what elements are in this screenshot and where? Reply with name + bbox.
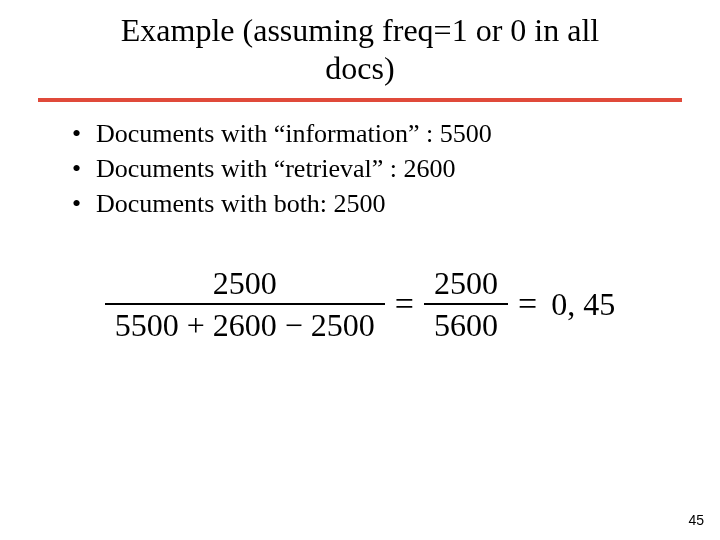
- title-underline: [38, 98, 682, 102]
- formula-area: 2500 5500 + 2600 − 2500 = 2500 5600 = 0,…: [0, 267, 720, 341]
- title-line-1: Example (assuming freq=1 or 0 in all: [121, 12, 599, 48]
- bullet-icon: •: [72, 186, 96, 221]
- bullet-text: Documents with “information” : 5500: [96, 116, 492, 151]
- fraction-2-denominator: 5600: [424, 305, 508, 341]
- page-number: 45: [688, 512, 704, 528]
- fraction-1-denominator: 5500 + 2600 − 2500: [105, 305, 385, 341]
- list-item: • Documents with both: 2500: [72, 186, 720, 221]
- fraction-2-numerator: 2500: [424, 267, 508, 303]
- bullet-text: Documents with “retrieval” : 2600: [96, 151, 456, 186]
- bullet-text: Documents with both: 2500: [96, 186, 386, 221]
- fraction-1-numerator: 2500: [203, 267, 287, 303]
- title-line-2: docs): [325, 50, 394, 86]
- bullet-icon: •: [72, 151, 96, 186]
- formula-result: 0, 45: [547, 288, 615, 320]
- slide: Example (assuming freq=1 or 0 in all doc…: [0, 0, 720, 540]
- formula: 2500 5500 + 2600 − 2500 = 2500 5600 = 0,…: [105, 267, 615, 341]
- list-item: • Documents with “retrieval” : 2600: [72, 151, 720, 186]
- list-item: • Documents with “information” : 5500: [72, 116, 720, 151]
- fraction-1: 2500 5500 + 2600 − 2500: [105, 267, 385, 341]
- fraction-2: 2500 5600: [424, 267, 508, 341]
- slide-title: Example (assuming freq=1 or 0 in all doc…: [0, 0, 720, 94]
- bullet-list: • Documents with “information” : 5500 • …: [72, 116, 720, 221]
- bullet-icon: •: [72, 116, 96, 151]
- equals-sign: =: [385, 287, 424, 321]
- equals-sign: =: [508, 287, 547, 321]
